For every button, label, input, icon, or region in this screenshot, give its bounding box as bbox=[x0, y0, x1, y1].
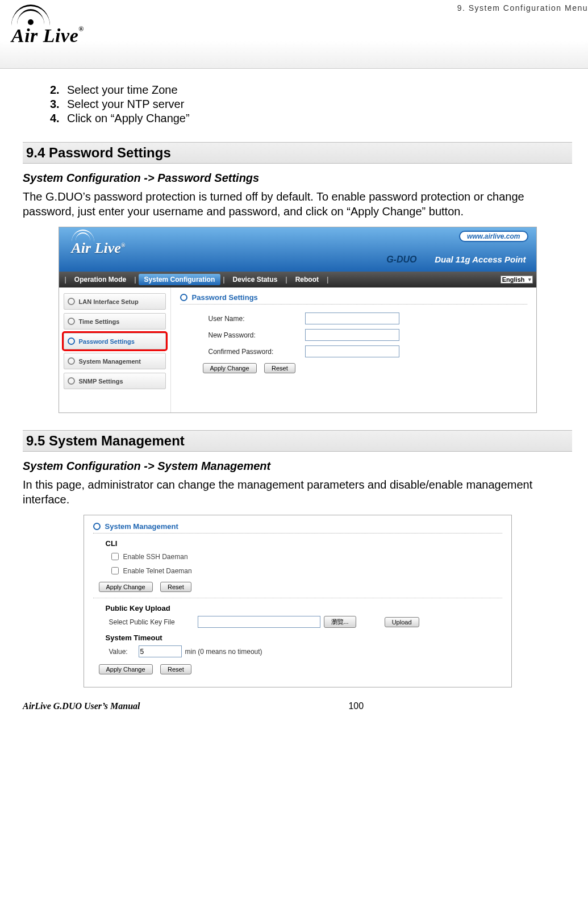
label-enable-ssh: Enable SSH Daeman bbox=[123, 553, 188, 561]
sidebar-item-label: System Management bbox=[79, 358, 141, 365]
input-confirm-password[interactable] bbox=[305, 345, 399, 357]
tab-reboot[interactable]: Reboot bbox=[290, 274, 324, 285]
brand-name: Air Live® bbox=[11, 25, 84, 47]
router-tagline: Dual 11g Access Point bbox=[435, 255, 526, 264]
router-logo: Air Live® bbox=[72, 240, 126, 257]
section-heading-password: 9.4 Password Settings bbox=[23, 142, 572, 164]
checkbox-enable-telnet[interactable] bbox=[111, 567, 119, 574]
router-url-badge[interactable]: www.airlive.com bbox=[459, 231, 528, 242]
reset-button[interactable]: Reset bbox=[160, 664, 191, 674]
step-text: Select your time Zone bbox=[67, 84, 178, 96]
panel-title-text: System Management bbox=[105, 522, 178, 531]
public-key-heading: Public Key Upload bbox=[106, 604, 502, 612]
nav-sep: | bbox=[134, 276, 136, 284]
step-list: 2.Select your time Zone 3.Select your NT… bbox=[50, 84, 572, 125]
browse-button[interactable]: 瀏覽... bbox=[324, 616, 356, 628]
sidebar-item-label: Password Settings bbox=[79, 338, 135, 345]
brand-logo: Air Live® bbox=[11, 5, 84, 47]
input-new-password[interactable] bbox=[305, 329, 399, 341]
divider bbox=[93, 598, 502, 598]
input-timeout-value[interactable] bbox=[139, 645, 182, 657]
radio-icon bbox=[68, 377, 75, 385]
upload-button[interactable]: Upload bbox=[385, 617, 419, 627]
router-banner: Air Live® www.airlive.com G-DUO Dual 11g… bbox=[59, 227, 536, 272]
sidebar-item-password[interactable]: Password Settings bbox=[64, 333, 166, 349]
radio-icon bbox=[68, 298, 75, 305]
nav-sep: | bbox=[223, 276, 224, 284]
sidebar-item-label: LAN Interface Setup bbox=[79, 298, 139, 305]
reset-button[interactable]: Reset bbox=[160, 582, 191, 592]
tab-operation-mode[interactable]: Operation Mode bbox=[69, 274, 132, 285]
label-value: Value: bbox=[109, 648, 135, 656]
label-new-password: New Password: bbox=[180, 331, 305, 339]
label-timeout-suffix: min (0 means no timeout) bbox=[185, 648, 262, 656]
reset-button[interactable]: Reset bbox=[264, 363, 295, 373]
section-body: The G.DUO’s password protection is turne… bbox=[23, 189, 572, 219]
footer-manual-name: AirLive G.DUO User’s Manual bbox=[23, 701, 140, 711]
router-model: G-DUO bbox=[386, 255, 416, 265]
step-num: 3. bbox=[50, 98, 67, 111]
page-footer: AirLive G.DUO User’s Manual 100 bbox=[0, 699, 588, 715]
sidebar-item-snmp[interactable]: SNMP Settings bbox=[64, 373, 166, 389]
apply-change-button[interactable]: Apply Change bbox=[203, 363, 257, 373]
router-main-panel: Password Settings User Name: New Passwor… bbox=[171, 287, 536, 412]
bullet-icon bbox=[180, 294, 187, 301]
sidebar-item-label: SNMP Settings bbox=[79, 378, 123, 385]
sidebar-item-system-management[interactable]: System Management bbox=[64, 353, 166, 369]
label-enable-telnet: Enable Telnet Daeman bbox=[123, 567, 192, 575]
step-text: Select your NTP server bbox=[67, 98, 184, 110]
label-confirm-password: Confirmed Password: bbox=[180, 348, 305, 356]
nav-sep: | bbox=[327, 276, 328, 284]
input-public-key-file[interactable] bbox=[198, 616, 320, 628]
bullet-icon bbox=[93, 523, 101, 530]
panel-title: System Management bbox=[93, 522, 502, 534]
step-num: 2. bbox=[50, 84, 67, 97]
page-header: 9. System Configuration Menu Air Live® bbox=[0, 0, 588, 69]
radio-icon bbox=[68, 337, 75, 345]
panel-title: Password Settings bbox=[180, 293, 527, 305]
breadcrumb: System Configuration -> Password Setting… bbox=[23, 172, 572, 185]
nav-sep: | bbox=[285, 276, 287, 284]
input-username[interactable] bbox=[305, 312, 399, 324]
page-number: 100 bbox=[140, 701, 572, 711]
tab-system-configuration[interactable]: System Configuration bbox=[139, 274, 221, 285]
radio-icon bbox=[68, 318, 75, 325]
router-sidebar: LAN Interface Setup Time Settings Passwo… bbox=[59, 287, 171, 412]
apply-change-button[interactable]: Apply Change bbox=[99, 582, 153, 592]
nav-sep: | bbox=[65, 276, 66, 284]
step-num: 4. bbox=[50, 112, 67, 125]
radio-icon bbox=[68, 357, 75, 365]
wifi-arcs-icon bbox=[72, 230, 94, 241]
checkbox-enable-ssh[interactable] bbox=[111, 553, 119, 560]
language-select[interactable]: English bbox=[501, 276, 533, 284]
chapter-title: 9. System Configuration Menu bbox=[457, 3, 588, 12]
router-nav: | Operation Mode | System Configuration … bbox=[59, 272, 536, 287]
sidebar-item-lan[interactable]: LAN Interface Setup bbox=[64, 293, 166, 310]
system-timeout-heading: System Timeout bbox=[106, 634, 502, 642]
system-management-screenshot: System Management CLI Enable SSH Daeman … bbox=[84, 515, 512, 687]
breadcrumb: System Configuration -> System Managemen… bbox=[23, 460, 572, 473]
wifi-arcs-icon bbox=[11, 5, 50, 26]
label-username: User Name: bbox=[180, 315, 305, 323]
router-ui-screenshot: Air Live® www.airlive.com G-DUO Dual 11g… bbox=[59, 227, 537, 413]
tab-device-status[interactable]: Device Status bbox=[227, 274, 283, 285]
sidebar-item-label: Time Settings bbox=[79, 318, 120, 325]
section-heading-system-management: 9.5 System Management bbox=[23, 430, 572, 452]
section-body: In this page, administrator can change t… bbox=[23, 477, 572, 507]
panel-title-text: Password Settings bbox=[192, 293, 258, 302]
apply-change-button[interactable]: Apply Change bbox=[99, 664, 153, 674]
cli-heading: CLI bbox=[106, 539, 502, 548]
sidebar-item-time[interactable]: Time Settings bbox=[64, 313, 166, 330]
step-text: Click on “Apply Change” bbox=[67, 112, 190, 124]
label-select-public-key: Select Public Key File bbox=[109, 618, 194, 626]
